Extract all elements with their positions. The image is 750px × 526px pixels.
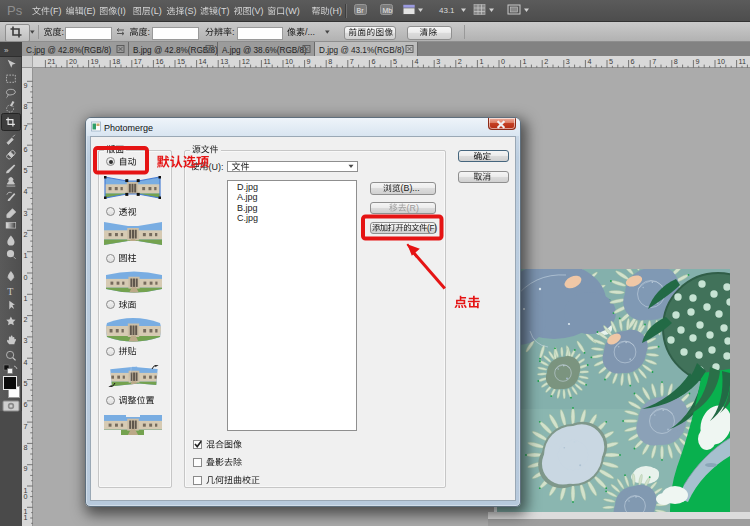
svg-text:T: T xyxy=(7,286,13,297)
